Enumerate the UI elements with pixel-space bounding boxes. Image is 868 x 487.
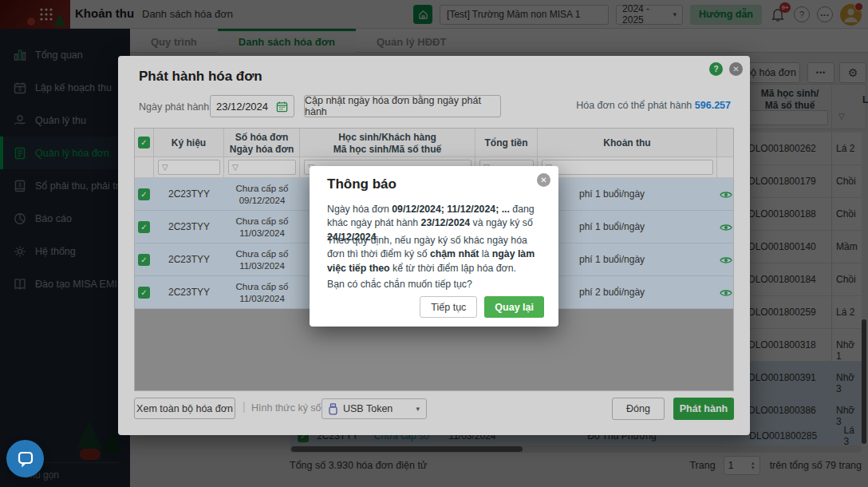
notification-dialog: ✕ Thông báo Ngày hóa đơn 09/12/2024; 11/… — [310, 166, 558, 327]
dialog-title: Thông báo — [327, 176, 397, 192]
dialog-paragraph-2: Theo quy định, nếu ngày ký số khác ngày … — [327, 234, 542, 275]
chat-bubble-icon — [17, 450, 34, 468]
app-screen: Khoản thu Danh sách hóa đơn [Test] Trườn… — [0, 0, 868, 487]
dialog-close-icon[interactable]: ✕ — [537, 173, 550, 187]
back-button[interactable]: Quay lại — [484, 296, 544, 318]
continue-button[interactable]: Tiếp tục — [420, 296, 477, 318]
dialog-confirm-question: Bạn có chắc chắn muốn tiếp tục? — [327, 278, 542, 291]
chat-widget-button[interactable] — [6, 440, 44, 477]
